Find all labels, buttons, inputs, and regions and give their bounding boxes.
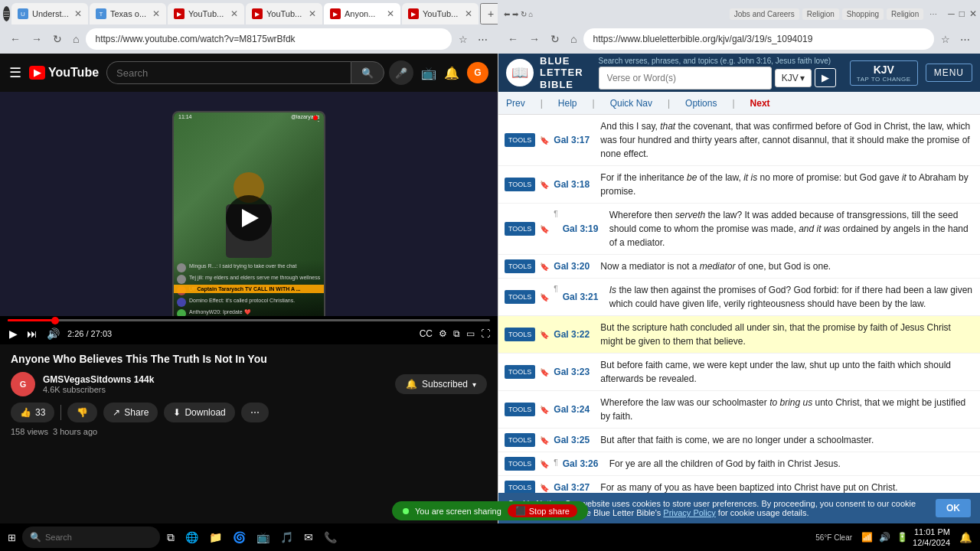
volume-tray-icon[interactable]: 🔊 — [877, 530, 892, 544]
tools-button[interactable]: TOOLS — [505, 457, 535, 471]
maximize-button-right[interactable]: □ — [959, 8, 965, 19]
tools-button[interactable]: TOOLS — [505, 328, 535, 341]
stop-share-button[interactable]: ⬛ Stop share — [508, 504, 577, 517]
cookie-ok-button[interactable]: OK — [936, 499, 971, 517]
hamburger-menu-icon[interactable]: ☰ — [9, 64, 21, 81]
more-options-button[interactable]: ⋯ — [241, 403, 269, 422]
download-button[interactable]: ⬇ Download — [164, 403, 234, 422]
verse-reference[interactable]: Gal 3:23 — [554, 367, 596, 377]
tools-button[interactable]: TOOLS — [505, 481, 535, 493]
play-pause-button[interactable]: ▶ — [8, 326, 19, 341]
bible-version-button[interactable]: KJV ▾ — [775, 69, 812, 87]
help-nav-link[interactable]: Help — [558, 98, 577, 109]
verse-reference[interactable]: Gal 3:18 — [554, 179, 596, 190]
channel-name[interactable]: GMSVegasSitdowns 144k — [43, 374, 387, 385]
quick-nav-link[interactable]: Quick Nav — [610, 98, 652, 109]
tab-close[interactable]: ✕ — [387, 8, 394, 19]
options-nav-link[interactable]: Options — [685, 98, 717, 109]
home-button[interactable]: ⌂ — [69, 31, 83, 47]
taskbar-app4-icon[interactable]: 📞 — [320, 529, 341, 546]
tools-button[interactable]: TOOLS — [505, 290, 535, 304]
close-button-right[interactable]: ✕ — [969, 8, 977, 19]
shopping-link[interactable]: Shopping — [842, 8, 884, 20]
tab-youtube3[interactable]: ▶ YouTub... ✕ — [402, 3, 479, 24]
youtube-logo[interactable]: ▶ YouTube — [29, 66, 99, 80]
theater-button[interactable]: ▭ — [466, 328, 475, 339]
tools-button[interactable]: TOOLS — [505, 365, 535, 379]
taskbar-app1-icon[interactable]: 📺 — [253, 529, 273, 546]
play-button-overlay[interactable] — [226, 195, 272, 241]
settings-button[interactable]: ⚙ — [439, 328, 447, 339]
tools-button[interactable]: TOOLS — [505, 133, 535, 147]
video-player[interactable]: 11:14 @lazaryach Mingus R...: I said try… — [0, 92, 498, 344]
tab-underst[interactable]: U Underst... ✕ — [11, 3, 88, 24]
right-back-button[interactable]: ← — [504, 31, 522, 47]
bible-play-button[interactable]: ▶ — [815, 68, 836, 87]
more-actions-button[interactable]: ⋯ — [474, 31, 492, 47]
notifications-icon[interactable]: 🔔 — [444, 66, 459, 80]
taskbar-search-input[interactable] — [45, 533, 145, 542]
forward-button[interactable]: → — [28, 31, 46, 47]
taskbar-search-bar[interactable]: 🔍 — [22, 527, 160, 548]
miniplayer-button[interactable]: ⧉ — [453, 328, 460, 339]
start-button[interactable]: ⊞ — [5, 529, 19, 546]
like-button[interactable]: 👍 33 — [11, 403, 54, 422]
minimize-button-right[interactable]: ─ — [948, 8, 955, 19]
search-button[interactable]: 🔍 — [351, 61, 384, 84]
privacy-policy-link[interactable]: Privacy Policy — [663, 508, 715, 517]
subtitles-button[interactable]: CC — [420, 328, 433, 339]
taskbar-app2-icon[interactable]: 🎵 — [276, 529, 297, 546]
bible-address-input[interactable] — [583, 28, 934, 50]
progress-bar[interactable] — [8, 319, 490, 321]
notification-center-button[interactable]: 🔔 — [956, 529, 975, 546]
browser-menu-icon[interactable]: ☰ — [3, 6, 10, 21]
verse-reference[interactable]: Gal 3:24 — [554, 404, 596, 415]
tab-texas[interactable]: T Texas o... ✕ — [90, 3, 166, 24]
prev-nav-link[interactable]: Prev — [506, 98, 525, 109]
tab-youtube1[interactable]: ▶ YouTub... ✕ — [168, 3, 244, 24]
tab-close[interactable]: ✕ — [152, 8, 160, 19]
verse-reference[interactable]: Gal 3:22 — [554, 329, 596, 340]
tab-close[interactable]: ✕ — [74, 8, 82, 19]
verse-reference[interactable]: Gal 3:21 — [563, 292, 605, 302]
taskbar-app3-icon[interactable]: ✉ — [300, 529, 317, 546]
religion-link1[interactable]: Religion — [802, 8, 839, 20]
user-avatar[interactable]: G — [467, 62, 488, 83]
right-reload-button[interactable]: ↻ — [547, 31, 564, 47]
tab-close[interactable]: ✕ — [230, 8, 238, 19]
bookmark-button[interactable]: ☆ — [455, 31, 472, 47]
volume-button[interactable]: 🔊 — [45, 326, 61, 341]
right-home-button[interactable]: ⌂ — [567, 31, 580, 47]
verse-reference[interactable]: Gal 3:26 — [563, 458, 605, 469]
bible-search-input[interactable] — [599, 67, 772, 90]
tools-button[interactable]: TOOLS — [505, 433, 535, 447]
religion-link2[interactable]: Religion — [887, 8, 923, 20]
back-button[interactable]: ← — [6, 31, 24, 47]
address-input[interactable] — [86, 28, 452, 50]
tools-button[interactable]: TOOLS — [505, 259, 535, 273]
tab-close[interactable]: ✕ — [465, 8, 472, 19]
next-button[interactable]: ⏭ — [25, 326, 39, 341]
taskbar-edge-icon[interactable]: 🌀 — [229, 529, 250, 546]
voice-search-button[interactable]: 🎤 — [389, 60, 413, 85]
verse-reference[interactable]: Gal 3:27 — [554, 482, 596, 493]
tab-close[interactable]: ✕ — [309, 8, 316, 19]
tools-button[interactable]: TOOLS — [505, 403, 535, 416]
taskbar-explorer-icon[interactable]: 📁 — [205, 529, 226, 546]
verse-reference[interactable]: Gal 3:17 — [554, 135, 596, 145]
tools-button[interactable]: TOOLS — [505, 178, 535, 191]
taskview-button[interactable]: ⧉ — [163, 529, 178, 546]
right-more-actions-button[interactable]: ⋯ — [956, 31, 974, 47]
network-icon[interactable]: 📶 — [860, 530, 874, 544]
right-forward-button[interactable]: → — [525, 31, 544, 47]
right-bookmark-button[interactable]: ☆ — [937, 31, 954, 47]
subscribe-button[interactable]: 🔔 Subscribed ▾ — [395, 374, 487, 394]
tab-youtube2[interactable]: ▶ YouTub... ✕ — [246, 3, 322, 24]
reload-button[interactable]: ↻ — [49, 31, 66, 47]
next-nav-link[interactable]: Next — [750, 98, 770, 109]
taskbar-chrome-icon[interactable]: 🌐 — [181, 529, 202, 546]
dislike-button[interactable]: 👎 — [67, 403, 97, 422]
verse-reference[interactable]: Gal 3:25 — [554, 435, 596, 445]
channel-avatar[interactable]: G — [11, 372, 35, 396]
tab-anyon-active[interactable]: ▶ Anyon... ✕ — [324, 3, 400, 24]
